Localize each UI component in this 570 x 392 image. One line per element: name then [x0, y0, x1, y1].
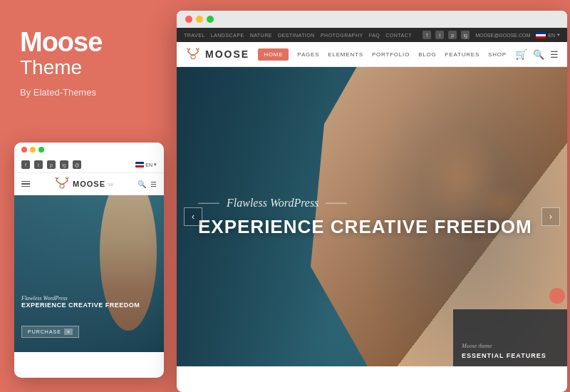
topbar-link-destination[interactable]: DESTINATION	[278, 33, 315, 38]
moose-logo-icon	[54, 177, 70, 190]
topbar-lang-label: EN	[548, 33, 555, 38]
nav-item-portfolio[interactable]: PORTFOLIO	[372, 51, 410, 58]
hero-content: Flawless WordPress EXPERIENCE CREATIVE F…	[198, 197, 532, 237]
brand-subtitle: Theme	[20, 56, 157, 80]
hero-flawless-text: Flawless WordPress	[198, 197, 532, 210]
scroll-down-button[interactable]	[549, 288, 565, 304]
mobile-social-icons: f t p ig @	[21, 160, 81, 169]
search-icon[interactable]: 🔍	[533, 49, 544, 60]
mobile-header: MOOSE vv 🔍 ☰	[14, 173, 164, 195]
facebook-icon: f	[21, 160, 30, 169]
site-logo: MOOSE	[185, 48, 249, 61]
desktop-dot-yellow	[196, 16, 203, 23]
left-panel: Moose Theme By Elated-Themes f t p ig @ …	[0, 0, 177, 392]
site-navbar: MOOSE HOME PAGES ELEMENTS PORTFOLIO BLOG…	[177, 42, 567, 67]
topbar-right: f t p ig MOOSE@GOOSE.COM EN ▾	[423, 31, 560, 39]
cart-wrapper[interactable]: 🛒	[515, 48, 527, 60]
topbar-language[interactable]: EN ▾	[536, 32, 560, 38]
twitter-icon: t	[34, 160, 43, 169]
site-nav-items: HOME PAGES ELEMENTS PORTFOLIO BLOG FEATU…	[258, 48, 507, 61]
desktop-titlebar	[177, 11, 567, 28]
menu-icon[interactable]: ☰	[550, 49, 559, 60]
mobile-caption: Flawless WordPress EXPERIENCE CREATIVE F…	[21, 295, 140, 309]
chevron-left-icon: ‹	[192, 212, 195, 222]
mobile-purchase-button[interactable]: PURCHASE »	[21, 326, 79, 338]
desktop-facebook-icon[interactable]: f	[423, 31, 431, 39]
bottom-panel-title: ESSENTIAL FEATURES	[462, 352, 559, 359]
mobile-dot-red	[21, 147, 27, 153]
desktop-twitter-icon[interactable]: t	[435, 31, 444, 39]
mobile-header-icons: 🔍 ☰	[138, 180, 157, 188]
nav-item-pages[interactable]: PAGES	[297, 51, 319, 58]
mobile-mockup: f t p ig @ EN ▾ MOOSE	[14, 143, 164, 378]
mobile-titlebar	[14, 143, 164, 157]
topbar-nav: TRAVEL LANDSCAPE NATURE DESTINATION PHOT…	[184, 33, 412, 38]
site-hero: Flawless WordPress EXPERIENCE CREATIVE F…	[177, 67, 567, 366]
nav-item-blog[interactable]: BLOG	[418, 51, 436, 58]
nav-item-home[interactable]: HOME	[258, 48, 289, 61]
mobile-nav: f t p ig @ EN ▾	[14, 157, 164, 173]
lang-label: EN	[145, 163, 152, 167]
mobile-purchase-arrow-icon: »	[64, 329, 73, 335]
desktop-pinterest-icon[interactable]: p	[448, 31, 457, 39]
slider-next-button[interactable]: ›	[542, 207, 560, 226]
topbar-link-contact[interactable]: CONTACT	[385, 33, 412, 38]
bottom-panel-tag: Moose theme	[462, 343, 559, 349]
email-icon: @	[73, 160, 81, 169]
desktop-dot-green	[207, 16, 214, 23]
topbar-flag-icon	[536, 32, 546, 38]
mobile-dot-green	[38, 147, 44, 153]
topbar-link-travel[interactable]: TRAVEL	[184, 33, 205, 38]
hero-title-text: EXPERIENCE CREATIVE FREEDOM	[198, 217, 532, 237]
mobile-experience-text: EXPERIENCE CREATIVE FREEDOM	[21, 301, 140, 309]
topbar-email: MOOSE@GOOSE.COM	[475, 33, 530, 38]
topbar-link-nature[interactable]: NATURE	[250, 33, 272, 38]
lang-chevron: ▾	[154, 162, 157, 167]
mobile-logo-text: MOOSE	[73, 180, 105, 188]
nav-item-features[interactable]: FEATURES	[445, 51, 480, 58]
topbar-link-faq[interactable]: FAQ	[369, 33, 380, 38]
hamburger-icon[interactable]	[21, 181, 30, 187]
mobile-search-icon[interactable]: 🔍	[138, 180, 146, 188]
mobile-flawless-text: Flawless WordPress	[21, 295, 140, 301]
bottom-feature-panel: Moose theme ESSENTIAL FEATURES	[453, 309, 567, 366]
site-logo-icon	[185, 48, 201, 61]
instagram-icon: ig	[60, 160, 68, 169]
flag-icon	[135, 162, 144, 167]
site-topbar: TRAVEL LANDSCAPE NATURE DESTINATION PHOT…	[177, 28, 567, 42]
desktop-mockup: TRAVEL LANDSCAPE NATURE DESTINATION PHOT…	[177, 11, 567, 392]
topbar-link-landscape[interactable]: LANDSCAPE	[211, 33, 244, 38]
site-nav-icons: 🛒 🔍 ☰	[515, 48, 559, 60]
topbar-link-photography[interactable]: PHOTOGRAPHY	[321, 33, 363, 38]
mobile-menu-icon[interactable]: ☰	[150, 180, 157, 188]
desktop-instagram-icon[interactable]: ig	[461, 31, 470, 39]
pinterest-icon: p	[47, 160, 56, 169]
brand-name: Moose	[20, 29, 157, 56]
mobile-purchase-label: PURCHASE	[28, 329, 61, 334]
mobile-language: EN ▾	[135, 162, 157, 167]
slider-prev-button[interactable]: ‹	[184, 207, 202, 226]
desktop-dot-red	[185, 16, 192, 23]
chevron-right-icon: ›	[549, 212, 552, 222]
mobile-hero: Flawless WordPress EXPERIENCE CREATIVE F…	[14, 195, 164, 352]
nav-item-shop[interactable]: SHOP	[488, 51, 507, 58]
mobile-logo: MOOSE vv	[54, 177, 113, 190]
mobile-logo-version: vv	[108, 182, 113, 187]
mobile-dot-yellow	[30, 147, 36, 153]
brand-by: By Elated-Themes	[20, 87, 157, 98]
topbar-lang-chevron: ▾	[557, 32, 560, 38]
nav-item-elements[interactable]: ELEMENTS	[328, 51, 363, 58]
site-logo-text: MOOSE	[205, 48, 249, 60]
cart-icon[interactable]: 🛒	[515, 48, 527, 60]
topbar-social-icons: f t p ig	[423, 31, 470, 39]
